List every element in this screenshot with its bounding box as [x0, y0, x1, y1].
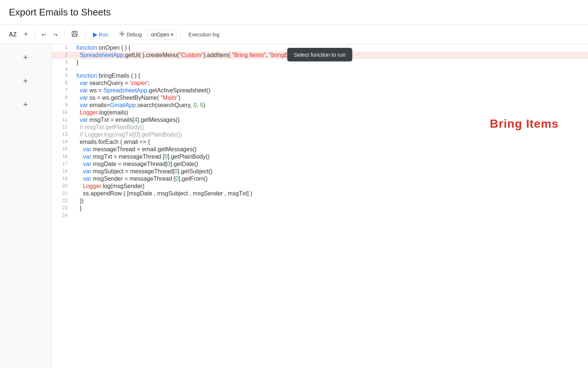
- line-num-3: 3: [51, 59, 74, 65]
- code-line-15: 15 var messageThread = email.getMessages…: [51, 146, 588, 153]
- sidebar-add-button-3[interactable]: +: [18, 97, 33, 112]
- debug-button[interactable]: Debug: [114, 28, 146, 40]
- code-content-8: var ss = ws.getSheetByName( "Mails"): [74, 94, 588, 102]
- line-num-15: 15: [51, 146, 74, 152]
- line-num-23: 23: [51, 205, 74, 210]
- line-num-19: 19: [51, 175, 74, 181]
- code-line-24: 24: [51, 212, 588, 218]
- line-num-10: 10: [51, 109, 74, 115]
- code-content-22: }): [74, 197, 588, 205]
- code-content-16: var msgTxt = messageThread [0].getPlainB…: [74, 153, 588, 160]
- code-line-17: 17 var msgDate = messageThread[0].getDat…: [51, 160, 588, 168]
- code-content-10: Logger.log(emails): [74, 109, 588, 116]
- code-content-7: var ws = SpreadsheetApp.getActiveSpreads…: [74, 87, 588, 94]
- az-icon: AZ: [9, 31, 17, 38]
- add-file-button[interactable]: +: [21, 28, 31, 40]
- save-icon: [71, 31, 78, 39]
- function-name: onOpen: [151, 32, 169, 38]
- code-content-2: SpreadsheetApp.getUi( ).createMenu("Cust…: [74, 52, 588, 59]
- code-content-6: var searchQuery = 'zapier';: [74, 79, 588, 87]
- line-num-4: 4: [51, 66, 74, 72]
- code-content-18: var msgSubject = messageThread[0].getSub…: [74, 168, 588, 175]
- execution-log-button[interactable]: Execution log: [184, 29, 224, 40]
- code-content-13: // Logger.log(msgTxt[0].getPlainBody()): [74, 131, 588, 138]
- code-line-13: 13 // Logger.log(msgTxt[0].getPlainBody(…: [51, 131, 588, 138]
- code-line-20: 20 Logger.log(msgSender): [51, 183, 588, 190]
- code-line-8: 8 var ss = ws.getSheetByName( "Mails"): [51, 94, 588, 102]
- code-line-3: 3 }: [51, 59, 588, 66]
- code-content-14: emails.forEach ( email => {: [74, 138, 588, 146]
- code-content-21: ss.appendRow ( [msgDate , msgSubject , m…: [74, 190, 588, 197]
- debug-icon: [119, 31, 125, 38]
- code-content-12: // msgTxt.getPlainBody(): [74, 124, 588, 131]
- code-content-5: function bringEmails ( ) {: [74, 72, 588, 79]
- code-line-4: 4: [51, 66, 588, 72]
- code-content-1: function onOpen ( ) {: [74, 44, 588, 52]
- code-line-10: 10 Logger.log(emails): [51, 109, 588, 116]
- code-content-9: var emails=GmailApp.search(searchQuery, …: [74, 102, 588, 109]
- toolbar: AZ + ↩ ↪ ▶ Run Debug onOpen: [0, 25, 588, 44]
- sidebar-add-button-1[interactable]: +: [18, 50, 33, 65]
- line-num-12: 12: [51, 124, 74, 130]
- line-num-17: 17: [51, 160, 74, 166]
- debug-label: Debug: [127, 32, 142, 38]
- code-content-4: [74, 66, 588, 67]
- redo-icon: ↪: [53, 32, 58, 38]
- line-num-20: 20: [51, 183, 74, 188]
- code-content-15: var messageThread = email.getMessages(): [74, 146, 588, 153]
- code-line-1: 1 function onOpen ( ) {: [51, 44, 588, 52]
- run-label: Run: [99, 32, 108, 38]
- divider-3: [85, 30, 85, 39]
- code-line-22: 22 }): [51, 197, 588, 205]
- code-line-9: 9 var emails=GmailApp.search(searchQuery…: [51, 102, 588, 109]
- code-line-23: 23 }: [51, 205, 588, 212]
- plus-icon: +: [24, 31, 28, 38]
- line-num-1: 1: [51, 44, 74, 50]
- line-num-2: 2: [51, 52, 74, 57]
- code-line-11: 11 var msgTxt = emails[4].getMessages(): [51, 116, 588, 124]
- main-layout: + + + Select function to run 1 function …: [0, 44, 588, 368]
- code-content-19: var msgSender = messageThread [0].getFro…: [74, 175, 588, 183]
- title-text: Export Emails to Sheets: [9, 7, 111, 18]
- undo-icon: ↩: [42, 32, 46, 38]
- code-content-17: var msgDate = messageThread[0].getDate(): [74, 160, 588, 168]
- run-button[interactable]: ▶ Run: [89, 29, 113, 40]
- line-num-22: 22: [51, 197, 74, 203]
- code-content-3: }: [74, 59, 588, 66]
- divider-4: [180, 30, 180, 39]
- code-content-24: [74, 212, 588, 213]
- line-num-21: 21: [51, 190, 74, 196]
- line-num-18: 18: [51, 168, 74, 174]
- code-line-18: 18 var msgSubject = messageThread[0].get…: [51, 168, 588, 175]
- sidebar: + + +: [0, 44, 51, 368]
- divider-2: [64, 30, 65, 39]
- font-button[interactable]: AZ: [6, 29, 19, 40]
- sidebar-add-button-2[interactable]: +: [18, 74, 33, 88]
- line-num-13: 13: [51, 131, 74, 137]
- line-num-5: 5: [51, 72, 74, 78]
- code-line-16: 16 var msgTxt = messageThread [0].getPla…: [51, 153, 588, 160]
- line-num-11: 11: [51, 116, 74, 122]
- play-icon: ▶: [93, 31, 97, 38]
- code-editor: 1 function onOpen ( ) { 2 SpreadsheetApp…: [51, 44, 588, 233]
- code-line-14: 14 emails.forEach ( email => {: [51, 138, 588, 146]
- save-button[interactable]: [68, 28, 81, 41]
- code-line-21: 21 ss.appendRow ( [msgDate , msgSubject …: [51, 190, 588, 197]
- undo-button[interactable]: ↩: [39, 29, 49, 40]
- code-line-2: 2 SpreadsheetApp.getUi( ).createMenu("Cu…: [51, 52, 588, 59]
- page-title: Export Emails to Sheets: [0, 0, 588, 25]
- line-num-16: 16: [51, 153, 74, 159]
- line-num-6: 6: [51, 79, 74, 85]
- svg-rect-1: [74, 31, 76, 33]
- execution-log-label: Execution log: [189, 32, 219, 38]
- code-line-7: 7 var ws = SpreadsheetApp.getActiveSprea…: [51, 87, 588, 94]
- svg-rect-2: [73, 34, 76, 36]
- code-line-12: 12 // msgTxt.getPlainBody(): [51, 124, 588, 131]
- function-selector[interactable]: onOpen ▾: [148, 30, 176, 39]
- code-line-5: 5 function bringEmails ( ) {: [51, 72, 588, 79]
- code-line-6: 6 var searchQuery = 'zapier';: [51, 79, 588, 87]
- code-content-23: }: [74, 205, 588, 212]
- redo-button[interactable]: ↪: [50, 29, 61, 40]
- editor-area[interactable]: Select function to run 1 function onOpen…: [51, 44, 588, 368]
- line-num-9: 9: [51, 102, 74, 107]
